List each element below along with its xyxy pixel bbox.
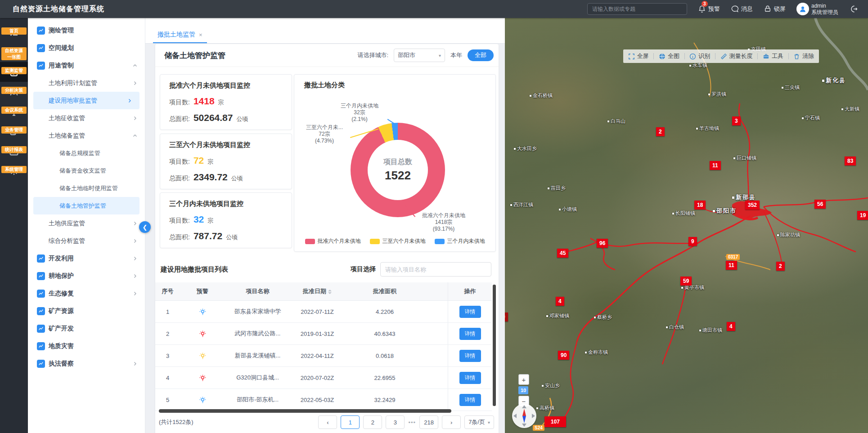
rail-item-one-map[interactable]: 自然资源一张图 <box>0 42 28 62</box>
rail-item-monitoring[interactable]: 监测监管 <box>0 62 28 82</box>
all-filter-button[interactable]: 全部 <box>468 49 494 61</box>
menu-item-11[interactable]: 储备土地管护监管 <box>33 197 139 214</box>
map-marker[interactable]: 96 <box>597 239 608 248</box>
menu-item-19[interactable]: 地质灾害 <box>28 337 145 355</box>
user-icon <box>798 4 807 13</box>
menu-item-3[interactable]: 用途管制 <box>28 57 145 74</box>
menu-item-20[interactable]: 执法督察 <box>28 355 145 372</box>
map-marker[interactable]: 19 <box>857 211 868 220</box>
logout-icon[interactable] <box>849 4 858 13</box>
sort-icon[interactable] <box>328 290 332 294</box>
legend-item[interactable]: 三个月内未供地 <box>435 237 485 245</box>
rail-item-analysis[interactable]: 分析决策 <box>0 82 28 102</box>
pan-south-icon[interactable] <box>522 424 526 427</box>
module-icon <box>37 325 45 333</box>
menu-item-2[interactable]: 空间规划 <box>28 39 145 57</box>
project-filter-input[interactable] <box>380 262 491 277</box>
pan-east-icon[interactable] <box>532 414 535 418</box>
menu-item-5[interactable]: 建设用地审批监管 <box>33 92 139 109</box>
menu-item-1[interactable]: 测绘管理 <box>28 22 145 39</box>
map-marker[interactable]: 59 <box>680 277 692 286</box>
map-marker[interactable]: 56 <box>814 200 826 209</box>
menu-item-17[interactable]: 矿产资源 <box>28 302 145 320</box>
page-button-2[interactable]: 2 <box>363 415 382 429</box>
menu-item-12[interactable]: 土地供应监管 <box>28 214 145 232</box>
detail-button[interactable]: 详情 <box>459 306 481 318</box>
map-marker[interactable]: 4 <box>556 297 564 306</box>
table-horizontal-scrollbar[interactable] <box>159 409 451 413</box>
page-button-3[interactable]: 3 <box>386 415 405 429</box>
menu-item-6[interactable]: 土地征收监管 <box>28 109 145 127</box>
pan-north-icon[interactable] <box>522 405 526 408</box>
menu-item-4[interactable]: 土地利用计划监管 <box>28 74 145 92</box>
map-tool-identify[interactable]: 识别 <box>689 52 710 60</box>
map-tool-clear[interactable]: 清除 <box>793 52 814 60</box>
map-marker[interactable]: 2 <box>656 127 665 136</box>
area-label: 总面积: <box>169 174 190 183</box>
rail-item-home[interactable]: 首页 <box>0 22 28 42</box>
year-toggle[interactable]: 本年 <box>450 51 462 59</box>
menu-item-10[interactable]: 储备土地临时使用监管 <box>28 179 145 197</box>
alarm-button[interactable]: 3 预警 <box>698 5 720 13</box>
lock-screen-button[interactable]: 锁屏 <box>764 5 786 13</box>
map-marker[interactable]: 3 <box>732 116 741 125</box>
menu-item-7[interactable]: 土地储备监管 <box>28 127 145 144</box>
compass-needle-south <box>522 416 526 423</box>
rail-label: 监测监管 <box>1 67 27 74</box>
menu-item-18[interactable]: 矿产开发 <box>28 320 145 337</box>
total-count: (共计1522条) <box>159 418 193 426</box>
detail-button[interactable]: 详情 <box>459 372 481 384</box>
legend-item[interactable]: 批准六个月未供地 <box>305 237 361 245</box>
rail-item-meeting[interactable]: 会议系统 <box>0 102 28 121</box>
global-search-input[interactable] <box>587 3 687 15</box>
menu-item-16[interactable]: 生态修复 <box>28 285 145 302</box>
pan-west-icon[interactable] <box>513 414 517 418</box>
map-tool-toolbox[interactable]: 工具 <box>763 52 783 60</box>
page-button-1[interactable]: 1 <box>341 415 360 429</box>
menu-item-14[interactable]: 开发利用 <box>28 250 145 267</box>
zoom-in-button[interactable]: + <box>518 374 529 385</box>
map-marker[interactable]: 9 <box>688 237 697 246</box>
rail-item-system[interactable]: 系统管理 <box>0 161 28 181</box>
menu-item-15[interactable]: 耕地保护 <box>28 267 145 285</box>
menu-item-9[interactable]: 储备资金收支监管 <box>28 162 145 179</box>
col-header-date[interactable]: 批准日期 <box>290 287 344 295</box>
message-button[interactable]: 消息 <box>731 5 753 13</box>
map-marker[interactable]: 18 <box>694 201 706 210</box>
map-marker[interactable]: 2 <box>776 262 785 271</box>
menu-item-8[interactable]: 储备总规模监管 <box>28 144 145 162</box>
user-menu[interactable]: admin 系统管理员 <box>796 3 838 15</box>
map-marker[interactable]: 45 <box>557 249 568 258</box>
menu-collapse-button[interactable]: ❮ <box>139 221 151 233</box>
table-vertical-scrollbar[interactable] <box>493 285 496 406</box>
tab-revoked-land[interactable]: 撤批土地监管 × <box>153 31 207 43</box>
rail-item-business[interactable]: 业务管理 <box>0 121 28 141</box>
map-view[interactable]: 全屏 全图 识别 测量长度 工具 <box>505 18 868 433</box>
map-marker[interactable]: 352 <box>745 201 760 210</box>
legend-item[interactable]: 三至六个月未供地 <box>370 237 426 245</box>
page-ellipsis[interactable]: ••• <box>408 419 416 426</box>
map-marker[interactable]: 9 <box>505 312 508 321</box>
menu-item-13[interactable]: 综合分析监管 <box>28 232 145 250</box>
detail-button[interactable]: 详情 <box>459 394 481 406</box>
page-size-select[interactable]: 7条/页▾ <box>464 415 494 429</box>
map-tool-full-extent[interactable]: 全图 <box>659 52 679 60</box>
map-marker[interactable]: 83 <box>845 156 856 165</box>
map-marker[interactable]: 90 <box>558 351 569 360</box>
map-marker[interactable]: 11 <box>710 161 721 170</box>
menu-label: 建设用地审批监管 <box>49 97 97 105</box>
rail-item-reports[interactable]: 统计报表 <box>0 141 28 161</box>
page-prev-button[interactable]: ‹ <box>318 415 337 429</box>
map-compass[interactable] <box>512 404 536 428</box>
page-next-button[interactable]: › <box>442 415 461 429</box>
map-marker[interactable]: 4 <box>727 322 735 331</box>
close-icon[interactable]: × <box>199 31 202 38</box>
detail-button[interactable]: 详情 <box>459 328 481 340</box>
page-button-last[interactable]: 218 <box>419 415 438 429</box>
detail-button[interactable]: 详情 <box>459 350 481 362</box>
map-tool-measure-length[interactable]: 测量长度 <box>720 52 753 60</box>
map-tool-fullscreen[interactable]: 全屏 <box>628 52 649 60</box>
map-marker[interactable]: 11 <box>726 261 737 270</box>
city-select[interactable]: 邵阳市 ▾ <box>394 49 445 62</box>
map-marker[interactable]: 107 <box>544 416 566 427</box>
